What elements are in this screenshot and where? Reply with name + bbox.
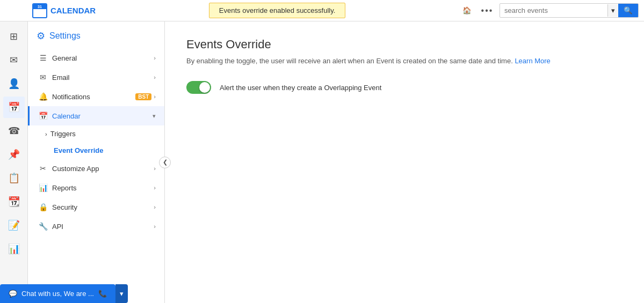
sidebar-collapse-button[interactable]: ❮ bbox=[159, 157, 171, 168]
chevron-right-icon: › bbox=[154, 184, 156, 191]
chevron-right-icon: › bbox=[154, 165, 156, 172]
header: 31 CALENDAR Events override enabled succ… bbox=[0, 0, 644, 21]
search-submit-button[interactable]: 🔍 bbox=[618, 4, 638, 17]
chat-button[interactable]: 💬 Chat with us, We are ... 📞 bbox=[0, 284, 115, 303]
sidebar-icon-contact[interactable]: 👤 bbox=[3, 73, 25, 94]
chevron-right-icon: › bbox=[45, 131, 47, 137]
icon-sidebar: ⊞ ✉ 👤 📅 ☎ 📌 📋 📆 📝 📊 bbox=[0, 21, 28, 303]
calendar-logo-icon: 31 bbox=[32, 3, 47, 18]
learn-more-link[interactable]: Learn More bbox=[515, 57, 550, 65]
customize-icon: ✂ bbox=[38, 164, 48, 173]
calendar2-icon: 📆 bbox=[8, 196, 20, 208]
chat-chevron-button[interactable]: ▾ bbox=[115, 284, 128, 303]
toggle-label: Alert the user when they create a Overla… bbox=[220, 84, 381, 92]
chevron-down-icon: ▾ bbox=[611, 6, 615, 14]
app-logo[interactable]: 31 CALENDAR bbox=[32, 3, 96, 18]
search-dropdown-button[interactable]: ▾ bbox=[607, 4, 618, 17]
envelope-icon: ✉ bbox=[10, 54, 18, 66]
sidebar-icon-chart[interactable]: 📊 bbox=[3, 238, 25, 260]
more-options-button[interactable]: ••• bbox=[479, 3, 495, 19]
sidebar-icon-phone[interactable]: ☎ bbox=[3, 120, 25, 142]
settings-label: Settings bbox=[49, 31, 81, 41]
collapse-icon: ❮ bbox=[163, 159, 168, 166]
sidebar-item-label-general: General bbox=[52, 54, 154, 62]
chart-icon: 📊 bbox=[8, 243, 20, 255]
home-button[interactable]: 🏠 bbox=[459, 3, 475, 19]
chevron-down-icon: ▾ bbox=[120, 290, 124, 298]
page-title: Events Override bbox=[186, 38, 623, 51]
settings-title: ⚙ Settings bbox=[28, 21, 164, 48]
chat-widget: 💬 Chat with us, We are ... 📞 ▾ bbox=[0, 284, 128, 303]
sidebar-item-label-api: API bbox=[52, 223, 154, 231]
sidebar-item-label-calendar: Calendar bbox=[52, 112, 153, 120]
notifications-icon: 🔔 bbox=[38, 92, 48, 101]
sidebar-icon-grid[interactable]: ⊞ bbox=[3, 26, 25, 47]
calendar-menu-icon: 📅 bbox=[38, 112, 48, 120]
events-override-toggle[interactable] bbox=[186, 81, 211, 94]
sidebar-icon-note[interactable]: 📝 bbox=[3, 215, 25, 236]
api-icon: 🔧 bbox=[38, 222, 48, 231]
chat-message-icon: 💬 bbox=[9, 290, 17, 298]
sidebar-item-general[interactable]: ☰ General › bbox=[28, 48, 164, 68]
toggle-knob bbox=[199, 82, 210, 93]
sidebar-item-label-customize: Customize App bbox=[52, 165, 154, 173]
notifications-badge: BST bbox=[135, 93, 151, 100]
contact-icon: 👤 bbox=[8, 78, 20, 90]
email-icon: ✉ bbox=[38, 73, 48, 82]
page-description: By enabling the toggle, the user will re… bbox=[186, 57, 623, 65]
sidebar-menu: ☰ General › ✉ Email › 🔔 Notifications BS… bbox=[28, 48, 164, 303]
toggle-section: Alert the user when they create a Overla… bbox=[186, 81, 623, 94]
main-content: Events Override By enabling the toggle, … bbox=[165, 21, 644, 303]
sidebar-icon-report[interactable]: 📋 bbox=[3, 167, 25, 189]
settings-sidebar: ⚙ Settings ☰ General › ✉ Email › 🔔 Notif… bbox=[28, 21, 165, 303]
sidebar-item-customize-app[interactable]: ✂ Customize App › bbox=[28, 159, 164, 178]
gear-icon: ⚙ bbox=[37, 30, 45, 42]
sidebar-item-label-email: Email bbox=[52, 73, 154, 82]
sidebar-item-label-security: Security bbox=[52, 203, 154, 211]
event-override-label: Event Override bbox=[54, 146, 104, 154]
search-input[interactable] bbox=[500, 4, 607, 17]
reports-icon: 📊 bbox=[38, 183, 48, 192]
chevron-right-icon: › bbox=[154, 93, 156, 100]
more-icon: ••• bbox=[481, 6, 494, 16]
triggers-label: Triggers bbox=[50, 130, 76, 138]
chevron-right-icon: › bbox=[154, 223, 156, 230]
chevron-right-icon: › bbox=[154, 55, 156, 61]
header-center: Events override enabled successfully. bbox=[96, 3, 459, 18]
description-text: By enabling the toggle, the user will re… bbox=[186, 57, 513, 65]
sidebar-item-calendar[interactable]: 📅 Calendar ▾ bbox=[28, 106, 164, 125]
sidebar-icon-calendar2[interactable]: 📆 bbox=[3, 191, 25, 212]
sidebar-item-notifications[interactable]: 🔔 Notifications BST › bbox=[28, 87, 164, 106]
header-right: 🏠 ••• ▾ 🔍 bbox=[459, 3, 639, 19]
chevron-down-icon: ▾ bbox=[153, 113, 156, 120]
calendar-submenu: › Triggers Event Override bbox=[28, 125, 164, 159]
sidebar-item-email[interactable]: ✉ Email › bbox=[28, 68, 164, 87]
pin-icon: 📌 bbox=[8, 149, 20, 160]
main-layout: ⊞ ✉ 👤 📅 ☎ 📌 📋 📆 📝 📊 ⚙ Settings ☰ General… bbox=[0, 21, 644, 303]
report-icon: 📋 bbox=[8, 172, 20, 184]
sidebar-icon-email[interactable]: ✉ bbox=[3, 49, 25, 71]
event-override-submenu-item[interactable]: Event Override bbox=[28, 142, 164, 159]
search-icon: 🔍 bbox=[624, 6, 633, 14]
chat-label: Chat with us, We are ... bbox=[21, 290, 94, 298]
home-icon: 🏠 bbox=[462, 6, 472, 14]
security-icon: 🔒 bbox=[38, 203, 48, 211]
sidebar-item-label-reports: Reports bbox=[52, 184, 154, 192]
chat-phone-icon: 📞 bbox=[98, 290, 107, 298]
sidebar-icon-pin[interactable]: 📌 bbox=[3, 144, 25, 165]
note-icon: 📝 bbox=[8, 219, 20, 231]
sidebar-item-api[interactable]: 🔧 API › bbox=[28, 217, 164, 236]
calendar-icon: 📅 bbox=[8, 101, 20, 113]
chevron-right-icon: › bbox=[154, 204, 156, 210]
app-title: CALENDAR bbox=[50, 6, 96, 15]
sidebar-item-label-notifications: Notifications bbox=[52, 93, 135, 101]
grid-icon: ⊞ bbox=[10, 31, 18, 42]
sidebar-item-security[interactable]: 🔒 Security › bbox=[28, 197, 164, 217]
sidebar-item-reports[interactable]: 📊 Reports › bbox=[28, 178, 164, 197]
chevron-right-icon: › bbox=[154, 74, 156, 80]
toast-message: Events override enabled successfully. bbox=[209, 3, 346, 18]
sidebar-icon-calendar[interactable]: 📅 bbox=[3, 97, 25, 118]
triggers-submenu-item[interactable]: › Triggers bbox=[28, 125, 164, 142]
general-icon: ☰ bbox=[38, 54, 48, 62]
phone-icon: ☎ bbox=[8, 125, 20, 137]
